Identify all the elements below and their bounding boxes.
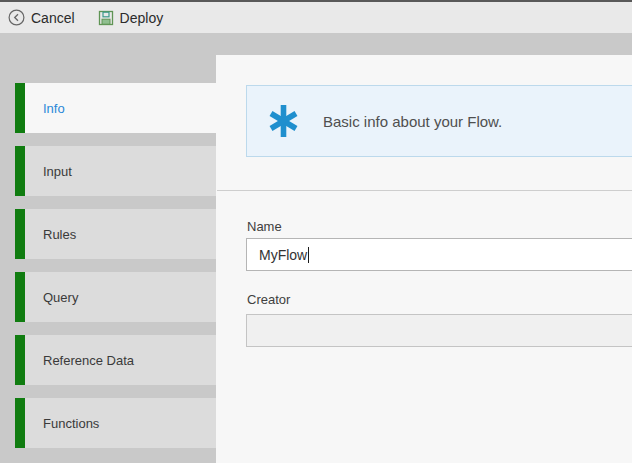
cancel-label: Cancel — [31, 10, 75, 26]
green-accent-bar — [15, 146, 25, 196]
sidebar-item-label: Reference Data — [25, 335, 134, 385]
info-banner: Basic info about your Flow. — [246, 85, 632, 157]
back-icon — [8, 9, 25, 26]
sidebar-item-rules[interactable]: Rules — [15, 209, 216, 259]
content-panel: Basic info about your Flow. Name MyFlow … — [216, 55, 632, 463]
toolbar: Cancel Deploy — [0, 0, 632, 33]
sidebar-item-label: Info — [25, 83, 65, 133]
creator-input[interactable] — [246, 314, 632, 347]
deploy-label: Deploy — [120, 10, 164, 26]
info-banner-text: Basic info about your Flow. — [323, 113, 502, 130]
cancel-button[interactable]: Cancel — [8, 2, 75, 33]
sidebar-item-functions[interactable]: Functions — [15, 398, 216, 448]
green-accent-bar — [15, 335, 25, 385]
sidebar-item-info[interactable]: Info — [15, 83, 216, 133]
save-icon — [98, 10, 114, 26]
green-accent-bar — [15, 398, 25, 448]
sidebar-item-input[interactable]: Input — [15, 146, 216, 196]
green-accent-bar — [15, 209, 25, 259]
name-input[interactable]: MyFlow — [246, 238, 632, 271]
sidebar: Info Input Rules Query Reference Data Fu… — [0, 36, 216, 463]
sidebar-item-label: Query — [25, 272, 78, 322]
sidebar-item-reference-data[interactable]: Reference Data — [15, 335, 216, 385]
sidebar-item-label: Rules — [25, 209, 76, 259]
asterisk-icon — [267, 104, 300, 138]
green-accent-bar — [15, 83, 25, 133]
sidebar-item-query[interactable]: Query — [15, 272, 216, 322]
text-caret — [308, 247, 309, 263]
green-accent-bar — [15, 272, 25, 322]
name-input-value: MyFlow — [259, 247, 307, 263]
sidebar-item-label: Input — [25, 146, 72, 196]
flow-editor-window: Cancel Deploy Info Input Rules — [0, 0, 632, 463]
name-label: Name — [247, 219, 282, 234]
deploy-button[interactable]: Deploy — [98, 2, 164, 33]
sidebar-item-label: Functions — [25, 398, 99, 448]
section-divider — [217, 190, 632, 191]
creator-label: Creator — [247, 292, 290, 307]
